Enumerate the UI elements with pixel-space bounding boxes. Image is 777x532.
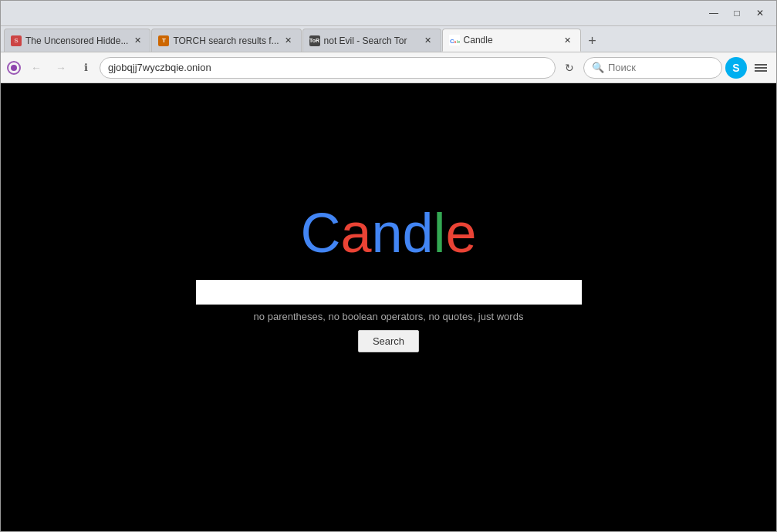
- logo-a: a: [340, 202, 371, 264]
- browser-window: — □ ✕ S The Uncensored Hidde... ✕ T TORC…: [0, 0, 777, 532]
- search-button[interactable]: Search: [358, 330, 419, 352]
- search-field[interactable]: 🔍 Поиск: [583, 57, 722, 79]
- tab-hidden[interactable]: S The Uncensored Hidde... ✕: [4, 29, 150, 52]
- logo-e: e: [446, 202, 477, 264]
- profile-button[interactable]: S: [725, 57, 747, 79]
- tab-torch-title: TORCH search results f...: [173, 35, 279, 46]
- tab-torch-favicon: T: [158, 35, 169, 46]
- tab-not-evil-title: not Evil - Search Tor: [324, 35, 419, 46]
- tor-inner: [11, 65, 17, 71]
- tab-candle-favicon: C a le: [449, 35, 460, 45]
- svg-text:le: le: [457, 39, 460, 44]
- tor-circle: [7, 61, 21, 75]
- page-content: Candle no parentheses, no boolean operat…: [1, 83, 776, 531]
- forward-button[interactable]: →: [50, 57, 72, 79]
- tab-hidden-favicon: S: [11, 35, 22, 46]
- tab-candle-title: Candle: [464, 35, 559, 45]
- search-area: no parentheses, no boolean operators, no…: [1, 280, 776, 352]
- close-button[interactable]: ✕: [750, 5, 770, 22]
- menu-line-3: [755, 70, 767, 72]
- window-controls: — □ ✕: [704, 5, 770, 22]
- reload-button[interactable]: ↻: [559, 57, 580, 79]
- tab-not-evil-close[interactable]: ✕: [422, 35, 434, 47]
- info-button[interactable]: ℹ: [75, 57, 96, 79]
- site-logo: Candle: [300, 201, 476, 264]
- logo-c: C: [300, 202, 340, 264]
- logo-l: l: [434, 202, 446, 264]
- logo-d: d: [403, 202, 434, 264]
- search-hint: no parentheses, no boolean operators, no…: [254, 311, 524, 322]
- minimize-button[interactable]: —: [704, 5, 724, 22]
- back-button[interactable]: ←: [25, 57, 47, 79]
- address-text: gjobqjj7wyczbqie.onion: [108, 62, 547, 73]
- maximize-button[interactable]: □: [727, 5, 747, 22]
- menu-line-2: [755, 67, 767, 69]
- logo-n: n: [371, 202, 402, 264]
- search-input-wrapper: [196, 280, 582, 305]
- title-bar: — □ ✕: [1, 1, 776, 26]
- tor-icon: [5, 59, 22, 76]
- search-placeholder: Поиск: [608, 62, 636, 73]
- address-bar[interactable]: gjobqjj7wyczbqie.onion: [100, 57, 556, 79]
- tab-hidden-title: The Uncensored Hidde...: [25, 35, 128, 46]
- tabs-bar: S The Uncensored Hidde... ✕ T TORCH sear…: [1, 26, 776, 52]
- tab-torch-close[interactable]: ✕: [282, 35, 295, 47]
- tab-not-evil[interactable]: ToR not Evil - Search Tor ✕: [302, 29, 441, 52]
- search-icon: 🔍: [592, 62, 604, 73]
- tab-not-evil-favicon: ToR: [309, 35, 320, 46]
- new-tab-button[interactable]: +: [582, 30, 603, 52]
- menu-button[interactable]: [750, 57, 772, 79]
- tab-hidden-close[interactable]: ✕: [131, 35, 144, 47]
- tab-torch[interactable]: T TORCH search results f... ✕: [151, 29, 301, 52]
- tab-candle[interactable]: C a le Candle ✕: [442, 29, 581, 52]
- menu-line-1: [755, 64, 767, 66]
- nav-bar: ← → ℹ gjobqjj7wyczbqie.onion ↻ 🔍 Поиск S: [1, 52, 776, 83]
- search-input[interactable]: [196, 280, 582, 305]
- tab-candle-close[interactable]: ✕: [562, 34, 574, 46]
